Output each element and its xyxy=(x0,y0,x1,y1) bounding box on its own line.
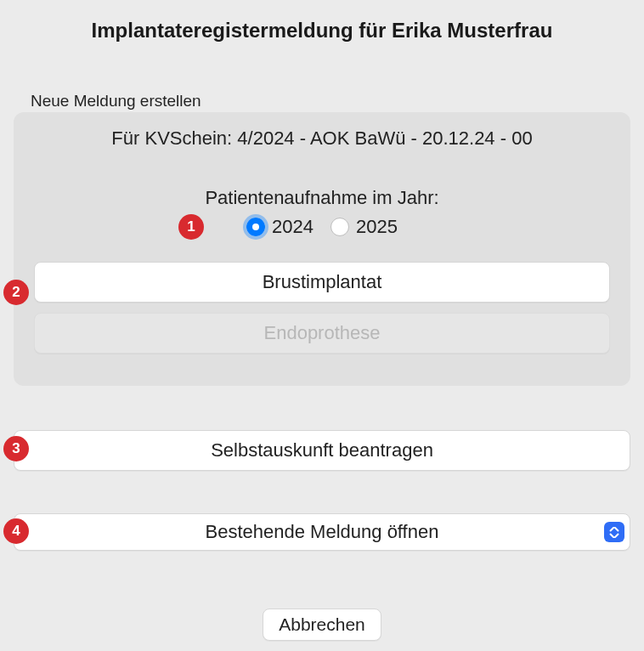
year-option-label: 2024 xyxy=(272,216,314,238)
selbstauskunft-button[interactable]: Selbstauskunft beantragen xyxy=(14,430,630,471)
radio-icon xyxy=(246,218,265,236)
section-header: Neue Meldung erstellen xyxy=(31,92,644,110)
radio-icon xyxy=(330,218,349,236)
cancel-button[interactable]: Abbrechen xyxy=(263,609,381,641)
annotation-marker-1: 1 xyxy=(178,214,204,240)
kvschein-info: Für KVSchein: 4/2024 - AOK BaWü - 20.12.… xyxy=(34,127,610,150)
window-title: Implantateregistermeldung für Erika Must… xyxy=(0,0,644,42)
dropdown-label: Bestehende Meldung öffnen xyxy=(206,521,439,543)
year-option-2024[interactable]: 2024 xyxy=(246,216,314,238)
year-option-label: 2025 xyxy=(356,216,398,238)
admission-year-label: Patientenaufnahme im Jahr: xyxy=(34,187,610,209)
brustimplantat-button[interactable]: Brustimplantat xyxy=(34,262,610,303)
chevron-up-down-icon xyxy=(604,522,624,542)
year-radio-group: 1 2024 2025 xyxy=(34,216,610,238)
new-report-panel: Für KVSchein: 4/2024 - AOK BaWü - 20.12.… xyxy=(14,112,630,386)
year-option-2025[interactable]: 2025 xyxy=(330,216,398,238)
endoprothese-button: Endoprothese xyxy=(34,313,610,354)
open-existing-report-dropdown[interactable]: Bestehende Meldung öffnen xyxy=(14,513,630,551)
